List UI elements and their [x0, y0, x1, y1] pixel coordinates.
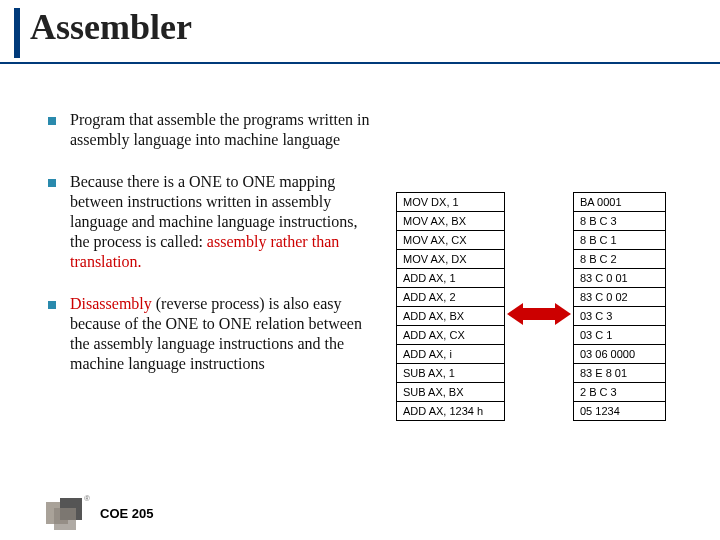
table-row: 83 E 8 01 — [574, 364, 666, 383]
svg-rect-2 — [521, 308, 557, 320]
asm-cell: ADD AX, 1234 h — [397, 402, 505, 421]
table-row: MOV AX, BX — [397, 212, 505, 231]
mc-cell: 05 1234 — [574, 402, 666, 421]
bullet-3-emph: Disassembly — [70, 295, 152, 312]
slide: Assembler Program that assemble the prog… — [0, 0, 720, 540]
mc-cell: 2 B C 3 — [574, 383, 666, 402]
assembly-table: MOV DX, 1 MOV AX, BX MOV AX, CX MOV AX, … — [396, 192, 505, 421]
table-row: MOV AX, CX — [397, 231, 505, 250]
table-row: ADD AX, 1 — [397, 269, 505, 288]
svg-marker-1 — [555, 303, 571, 325]
asm-cell: ADD AX, CX — [397, 326, 505, 345]
title-wrap: Assembler — [14, 6, 192, 48]
logo-shape — [54, 508, 76, 530]
table-row: 8 B C 3 — [574, 212, 666, 231]
page-title: Assembler — [30, 6, 192, 48]
table-row: 03 06 0000 — [574, 345, 666, 364]
bullet-3: Disassembly (reverse process) is also ea… — [48, 294, 378, 374]
bullet-2: Because there is a ONE to ONE mapping be… — [48, 172, 378, 272]
table-row: 83 C 0 01 — [574, 269, 666, 288]
mc-cell: 8 B C 3 — [574, 212, 666, 231]
footer: ® COE 205 — [46, 498, 153, 528]
table-row: ADD AX, 1234 h — [397, 402, 505, 421]
table-row: 05 1234 — [574, 402, 666, 421]
asm-cell: SUB AX, 1 — [397, 364, 505, 383]
table-row: 03 C 3 — [574, 307, 666, 326]
table-row: ADD AX, i — [397, 345, 505, 364]
table-row: ADD AX, BX — [397, 307, 505, 326]
asm-cell: ADD AX, BX — [397, 307, 505, 326]
asm-cell: MOV AX, CX — [397, 231, 505, 250]
table-row: 8 B C 2 — [574, 250, 666, 269]
svg-marker-0 — [507, 303, 523, 325]
bullet-3-text: Disassembly (reverse process) is also ea… — [70, 294, 378, 374]
table-row: SUB AX, 1 — [397, 364, 505, 383]
table-row: ADD AX, CX — [397, 326, 505, 345]
course-code: COE 205 — [100, 506, 153, 521]
publisher-logo: ® — [46, 498, 90, 528]
table-row: BA 0001 — [574, 193, 666, 212]
machine-code-table: BA 0001 8 B C 3 8 B C 1 8 B C 2 83 C 0 0… — [573, 192, 666, 421]
bidirectional-arrow — [505, 302, 573, 326]
double-arrow-icon — [507, 301, 571, 327]
table-row: MOV DX, 1 — [397, 193, 505, 212]
title-rule — [0, 62, 720, 64]
asm-cell: MOV AX, DX — [397, 250, 505, 269]
asm-cell: MOV AX, BX — [397, 212, 505, 231]
mc-cell: 03 C 3 — [574, 307, 666, 326]
title-accent-bar — [14, 8, 20, 58]
mc-cell: 83 C 0 02 — [574, 288, 666, 307]
asm-cell: ADD AX, 2 — [397, 288, 505, 307]
mc-cell: 83 E 8 01 — [574, 364, 666, 383]
table-row: SUB AX, BX — [397, 383, 505, 402]
bullet-1: Program that assemble the programs writt… — [48, 110, 378, 150]
table-row: 2 B C 3 — [574, 383, 666, 402]
asm-cell: MOV DX, 1 — [397, 193, 505, 212]
asm-cell: ADD AX, 1 — [397, 269, 505, 288]
bullet-2-text: Because there is a ONE to ONE mapping be… — [70, 172, 378, 272]
asm-cell: SUB AX, BX — [397, 383, 505, 402]
table-row: 83 C 0 02 — [574, 288, 666, 307]
mc-cell: 03 06 0000 — [574, 345, 666, 364]
asm-cell: ADD AX, i — [397, 345, 505, 364]
table-row: 8 B C 1 — [574, 231, 666, 250]
table-row: MOV AX, DX — [397, 250, 505, 269]
tables-area: MOV DX, 1 MOV AX, BX MOV AX, CX MOV AX, … — [396, 192, 666, 421]
table-row: 03 C 1 — [574, 326, 666, 345]
mc-cell: 83 C 0 01 — [574, 269, 666, 288]
mc-cell: 03 C 1 — [574, 326, 666, 345]
mc-cell: 8 B C 2 — [574, 250, 666, 269]
table-row: ADD AX, 2 — [397, 288, 505, 307]
mc-cell: BA 0001 — [574, 193, 666, 212]
body-text: Program that assemble the programs writt… — [48, 110, 378, 396]
registered-mark: ® — [84, 494, 90, 503]
mc-cell: 8 B C 1 — [574, 231, 666, 250]
bullet-1-text: Program that assemble the programs writt… — [70, 110, 378, 150]
